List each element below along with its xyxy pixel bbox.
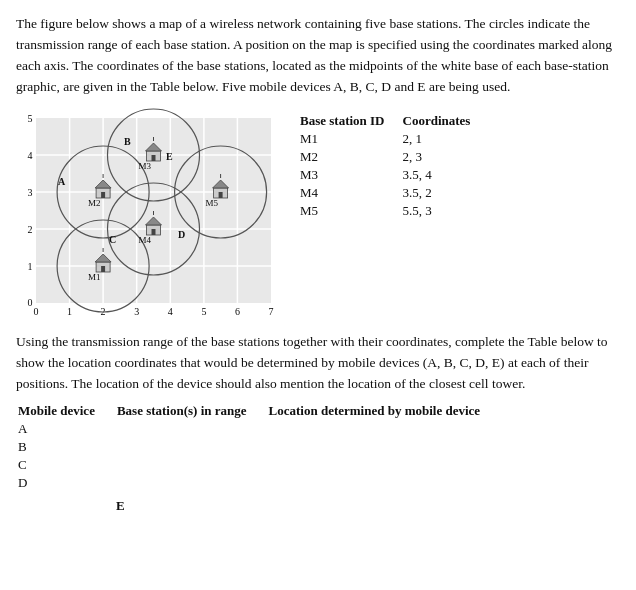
svg-text:M5: M5 (206, 198, 219, 208)
location-determined (267, 456, 501, 474)
svg-text:M3: M3 (139, 161, 152, 171)
coord-row-id: M3 (296, 166, 399, 184)
svg-text:1: 1 (67, 306, 72, 317)
svg-text:B: B (124, 136, 131, 147)
map-area: 0 1 2 3 4 5 6 7 0 1 2 3 4 5 (16, 108, 286, 322)
svg-text:E: E (166, 151, 173, 162)
svg-rect-42 (152, 155, 156, 161)
svg-text:3: 3 (134, 306, 139, 317)
coord-row-id: M4 (296, 184, 399, 202)
svg-text:M1: M1 (88, 272, 101, 282)
svg-text:M4: M4 (139, 235, 152, 245)
coord-row-value: 5.5, 3 (399, 202, 485, 220)
svg-text:0: 0 (28, 297, 33, 308)
base-station-range (115, 474, 267, 492)
coord-row-id: M1 (296, 130, 399, 148)
coord-row-id: M2 (296, 148, 399, 166)
location-determined (267, 420, 501, 438)
mobile-device-name: A (16, 420, 115, 438)
location-determined-col-header: Location determined by mobile device (267, 402, 501, 420)
mobile-device-table: Mobile device Base station(s) in range L… (16, 402, 500, 492)
svg-rect-52 (219, 192, 223, 198)
svg-rect-32 (101, 266, 105, 272)
col-base-station-id: Base station ID (296, 112, 399, 130)
col-coordinates: Coordinates (399, 112, 485, 130)
location-determined (267, 474, 501, 492)
svg-text:1: 1 (28, 261, 33, 272)
e-row: E (116, 498, 620, 514)
intro-text: The figure below shows a map of a wirele… (16, 14, 620, 98)
svg-text:D: D (178, 229, 185, 240)
svg-rect-47 (152, 229, 156, 235)
svg-text:3: 3 (28, 187, 33, 198)
svg-text:5: 5 (28, 113, 33, 124)
coord-row-id: M5 (296, 202, 399, 220)
svg-text:7: 7 (269, 306, 274, 317)
mobile-device-col-header: Mobile device (16, 402, 115, 420)
mobile-device-name: D (16, 474, 115, 492)
coordinate-table: Base station ID Coordinates M12, 1M22, 3… (296, 108, 484, 322)
location-determined (267, 438, 501, 456)
svg-text:5: 5 (201, 306, 206, 317)
base-station-range-col-header: Base station(s) in range (115, 402, 267, 420)
svg-text:0: 0 (34, 306, 39, 317)
base-station-range (115, 420, 267, 438)
svg-text:4: 4 (28, 150, 33, 161)
svg-text:C: C (109, 234, 116, 245)
svg-text:M2: M2 (88, 198, 101, 208)
svg-text:A: A (58, 176, 66, 187)
coord-row-value: 3.5, 2 (399, 184, 485, 202)
mobile-device-name: C (16, 456, 115, 474)
svg-text:6: 6 (235, 306, 240, 317)
mobile-device-name: B (16, 438, 115, 456)
lower-text: Using the transmission range of the base… (16, 332, 620, 395)
base-station-range (115, 456, 267, 474)
coord-row-value: 3.5, 4 (399, 166, 485, 184)
coord-row-value: 2, 3 (399, 148, 485, 166)
svg-text:4: 4 (168, 306, 173, 317)
base-station-range (115, 438, 267, 456)
coord-row-value: 2, 1 (399, 130, 485, 148)
svg-rect-37 (101, 192, 105, 198)
svg-text:2: 2 (28, 224, 33, 235)
